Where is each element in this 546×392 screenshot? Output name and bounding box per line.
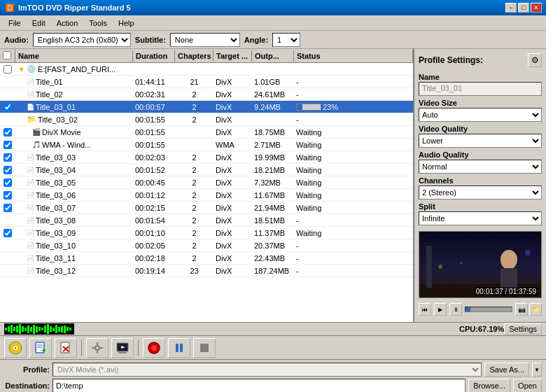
app-icon: D — [4, 2, 15, 13]
play-button[interactable]: ▶ — [434, 303, 447, 316]
row-duration: 01:44:11 — [133, 78, 175, 86]
pause-button[interactable]: ⏸ — [449, 303, 462, 316]
playback-slider[interactable] — [465, 307, 512, 312]
table-row[interactable]: 📄Title_03_07 00:02:15 2 DivX 21.94MB Wai… — [0, 202, 413, 214]
row-output: 9.24MB — [252, 103, 294, 111]
row-name: 📄 Title_01 — [15, 78, 133, 86]
table-row[interactable]: 📄Title_03_08 00:01:54 2 DivX 18.51MB - — [0, 214, 413, 227]
subtitle-select[interactable]: None — [170, 33, 240, 47]
video-quality-select[interactable]: Lower — [419, 134, 542, 148]
close-button[interactable]: ✕ — [531, 3, 542, 13]
menu-file[interactable]: File — [3, 18, 27, 29]
save-as-button[interactable]: Save As... — [484, 363, 529, 377]
row-duration: 00:19:14 — [133, 267, 175, 275]
row-check[interactable] — [0, 166, 15, 174]
row-check[interactable] — [0, 178, 15, 187]
record-button[interactable] — [143, 338, 165, 358]
svg-point-9 — [525, 250, 531, 255]
table-row[interactable]: 🎵 WMA - Wind... 00:01:55 WMA 2.71MB Wait… — [0, 139, 413, 151]
profile-settings-header: Profile Settings: ⚙ — [419, 53, 542, 67]
save-as-dropdown-arrow[interactable]: ▼ — [532, 363, 542, 377]
settings-button[interactable]: Settings — [504, 323, 542, 335]
playback-controls: ⏮ ▶ ⏸ 📷 📁 — [419, 301, 542, 318]
row-check[interactable] — [0, 191, 15, 200]
table-row[interactable]: 📄 Title_03_01 00:00:57 2 DivX 9.24MB 23% — [0, 101, 413, 113]
table-row[interactable]: 📄Title_03_10 00:02:05 2 DivX 20.37MB - — [0, 239, 413, 252]
row-check[interactable] — [0, 128, 15, 136]
split-label: Split — [419, 202, 542, 211]
toolbar: + — [0, 336, 546, 360]
table-row[interactable]: 📄Title_03_04 00:01:52 2 DivX 18.21MB Wai… — [0, 164, 413, 176]
row-chapters: 21 — [175, 78, 214, 86]
add-file-button[interactable]: + — [29, 338, 52, 358]
screenshot-button[interactable]: 📷 — [515, 303, 528, 316]
row-check[interactable] — [0, 141, 15, 149]
table-row[interactable]: 📄Title_03_03 00:02:03 2 DivX 19.99MB Wai… — [0, 151, 413, 164]
select-all-checkbox[interactable] — [3, 51, 11, 59]
row-output: 7.32MB — [252, 178, 294, 187]
row-target: DivX — [214, 216, 252, 225]
row-check[interactable] — [0, 103, 15, 111]
split-select[interactable]: Infinite — [419, 211, 542, 225]
profile-row: Profile: DivX Movie (*.avi) Save As... ▼ — [4, 363, 542, 377]
channels-select[interactable]: 2 (Stereo) — [419, 186, 542, 200]
destination-input[interactable] — [52, 379, 465, 392]
pause-toolbar-button[interactable] — [168, 338, 190, 358]
table-row[interactable]: 📄Title_03_11 00:02:18 2 DivX 22.43MB - — [0, 252, 413, 265]
row-check[interactable] — [0, 153, 15, 162]
table-row[interactable]: 📄Title_03_09 00:01:10 2 DivX 11.37MB Wai… — [0, 227, 413, 239]
row-target: DivX — [214, 78, 252, 86]
settings-toolbar-button[interactable] — [86, 338, 108, 358]
table-row[interactable]: 📄Title_03_12 00:19:14 23 DivX 187.24MB - — [0, 265, 413, 277]
remove-button[interactable] — [55, 338, 77, 358]
audio-select[interactable]: English AC3 2ch (0x80) — [33, 33, 131, 47]
menu-help[interactable]: Help — [113, 18, 140, 29]
profile-select[interactable]: DivX Movie (*.avi) — [52, 363, 482, 377]
minimize-button[interactable]: − — [505, 3, 517, 13]
row-chapters: 2 — [175, 241, 214, 250]
row-name: 📁 Title_03_02 — [15, 115, 133, 124]
settings-gear-button[interactable]: ⚙ — [528, 53, 542, 67]
row-duration: 00:02:03 — [133, 153, 175, 162]
table-row[interactable]: 📄Title_03_05 00:00:45 2 DivX 7.32MB Wait… — [0, 176, 413, 189]
menu-tools[interactable]: Tools — [83, 18, 113, 29]
row-name: 📄Title_03_12 — [15, 267, 133, 275]
table-row[interactable]: ▼ 💿 E:[FAST_AND_FURI... — [0, 63, 413, 76]
video-size-select[interactable]: Auto — [419, 108, 542, 122]
row-target: DivX — [214, 204, 252, 212]
row-target: DivX — [214, 153, 252, 162]
row-output: 21.94MB — [252, 204, 294, 212]
menu-edit[interactable]: Edit — [27, 18, 51, 29]
row-status: - — [294, 78, 413, 86]
row-status: Waiting — [294, 128, 413, 136]
audio-subtitle-bar: Audio: English AC3 2ch (0x80) Subtitle: … — [0, 31, 546, 49]
stop-button[interactable] — [193, 338, 216, 358]
table-row[interactable]: 🎬 DivX Movie 00:01:55 DivX 18.75MB Waiti… — [0, 126, 413, 139]
row-name: 🎬 DivX Movie — [15, 128, 133, 136]
play-prev-button[interactable]: ⏮ — [419, 303, 431, 316]
file-table-body[interactable]: ▼ 💿 E:[FAST_AND_FURI... 📄 Title_01 01:44… — [0, 63, 413, 322]
table-row[interactable]: 📄 Title_01 01:44:11 21 DivX 1.01GB - — [0, 76, 413, 88]
maximize-button[interactable]: □ — [518, 3, 529, 13]
add-dvd-button[interactable] — [4, 338, 27, 358]
video-size-label: Video Size — [419, 99, 542, 107]
table-row[interactable]: 📁 Title_03_02 00:01:55 2 DivX - — [0, 113, 413, 126]
audio-quality-select[interactable]: Normal — [419, 160, 542, 174]
row-status: Waiting — [294, 204, 413, 212]
preview-button[interactable] — [111, 338, 134, 358]
row-duration: 00:01:12 — [133, 191, 175, 200]
svg-point-8 — [460, 262, 463, 265]
angle-select[interactable]: 1 — [272, 33, 300, 47]
browse-button[interactable]: Browse... — [468, 379, 510, 392]
titlebar: D ImTOO DVD Ripper Standard 5 − □ ✕ — [0, 0, 546, 15]
audio-quality-label: Audio Quality — [419, 150, 542, 159]
table-row[interactable]: 📄Title_03_06 00:01:12 2 DivX 11.67MB Wai… — [0, 189, 413, 202]
row-target: WMA — [214, 141, 252, 149]
folder-button[interactable]: 📁 — [529, 303, 542, 316]
row-check[interactable] — [0, 229, 15, 237]
row-check[interactable] — [0, 204, 15, 212]
open-button[interactable]: Open — [513, 379, 542, 392]
table-row[interactable]: 📄 Title_02 00:02:31 2 DivX 24.61MB - — [0, 88, 413, 101]
row-check[interactable] — [0, 65, 15, 74]
menu-action[interactable]: Action — [51, 18, 84, 29]
